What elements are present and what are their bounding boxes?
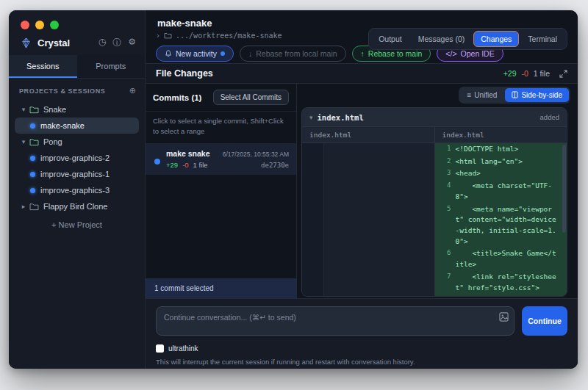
line-number: 1 xyxy=(435,143,454,156)
commits-help-text: Click to select a single commit, Shift+C… xyxy=(146,111,296,144)
sidebar-item-improve-graphics-1[interactable]: improve-graphics-1 xyxy=(15,166,139,182)
project-label: Pong xyxy=(43,137,62,146)
line-code: <!DOCTYPE html> xyxy=(454,143,567,156)
expand-icon[interactable] xyxy=(559,70,567,78)
unified-label: Unified xyxy=(474,91,497,99)
commits-panel: Commits (1) Select All Commits Click to … xyxy=(146,84,297,298)
file-changes-bar: File Changes +29 -0 1 file xyxy=(146,63,578,84)
deletions-count: -0 xyxy=(521,69,528,78)
diff-file-name: index.html xyxy=(318,113,540,122)
sidebar-item-pong[interactable]: ▾ Pong xyxy=(15,134,139,150)
diff-file-header[interactable]: ▾ index.html added xyxy=(302,108,567,127)
unified-view-button[interactable]: ≡ Unified xyxy=(460,88,503,102)
diff-added-line: 8</head> xyxy=(435,294,567,296)
session-label: improve-graphics-3 xyxy=(40,186,110,195)
commits-selected-bar: 1 commit selected xyxy=(146,278,296,298)
folder-icon xyxy=(29,203,39,211)
commit-date: 6/17/2025, 10:55:32 AM xyxy=(223,151,289,158)
diff-right-filename: index.html xyxy=(434,127,567,142)
session-header: make-snake › .../worktrees/make-snake Ne… xyxy=(146,10,578,63)
minimize-button[interactable] xyxy=(35,21,44,29)
sidebar-item-improve-graphics-3[interactable]: improve-graphics-3 xyxy=(15,182,139,198)
status-circle-icon[interactable]: ◷ xyxy=(98,37,106,49)
chevron-down-icon[interactable]: ▾ xyxy=(19,106,28,113)
session-label: improve-graphics-1 xyxy=(40,170,110,178)
line-number: 5 xyxy=(435,203,454,248)
line-code: <html lang="en"> xyxy=(454,156,567,168)
chevron-right-icon: › xyxy=(156,32,160,40)
commit-deletions: -0 xyxy=(182,161,188,169)
ultrathink-label: ultrathink xyxy=(168,344,198,353)
diff-scrollbar[interactable] xyxy=(562,145,566,233)
add-project-icon[interactable]: ⊕ xyxy=(129,86,136,95)
session-label: improve-graphics-2 xyxy=(40,154,110,162)
select-all-commits-button[interactable]: Select All Commits xyxy=(213,90,289,105)
app-title: Crystal xyxy=(37,37,98,48)
line-code: <title>Snake Game</title> xyxy=(454,248,567,270)
sidebar-item-flappy-bird-clone[interactable]: ▸ Flappy Bird Clone xyxy=(15,198,139,214)
continue-button[interactable]: Continue xyxy=(522,306,567,336)
sidebar-item-improve-graphics-2[interactable]: improve-graphics-2 xyxy=(15,150,139,166)
projects-sessions-label: PROJECTS & SESSIONS xyxy=(19,87,105,95)
diff-status-badge: added xyxy=(540,113,559,121)
sidebar: Crystal ◷ ⓘ ⚙ Sessions Prompts PROJECTS … xyxy=(9,10,146,369)
tab-sessions[interactable]: Sessions xyxy=(9,55,77,78)
line-code: <link rel="stylesheet" href="style.css"> xyxy=(454,271,567,294)
side-by-side-view-button[interactable]: Side-by-side xyxy=(505,88,569,102)
session-tree: ▾ Snake make-snake ▾ Pong improve-graphi… xyxy=(9,100,145,231)
new-activity-button[interactable]: New activity xyxy=(156,46,234,62)
composer: Continue ultrathink This will interrupt … xyxy=(146,298,578,369)
diff-added-line: 6 <title>Snake Game</title> xyxy=(435,248,567,270)
line-code: <meta charset="UTF-8"> xyxy=(454,180,567,203)
session-status-dot xyxy=(30,123,35,129)
bell-icon xyxy=(165,50,172,57)
tab-messages[interactable]: Messages (0) xyxy=(411,31,473,47)
new-activity-label: New activity xyxy=(176,49,217,58)
close-button[interactable] xyxy=(21,21,29,29)
attach-image-icon[interactable] xyxy=(499,312,509,322)
sidebar-item-make-snake[interactable]: make-snake xyxy=(15,118,139,134)
chevron-down-icon[interactable]: ▾ xyxy=(309,114,313,121)
tab-terminal[interactable]: Terminal xyxy=(520,31,564,47)
rebase-from-main-button[interactable]: ↓ Rebase from local main xyxy=(240,46,346,62)
line-number: 4 xyxy=(435,180,454,203)
code-icon: </> xyxy=(445,49,456,58)
columns-icon xyxy=(512,91,518,98)
line-number: 7 xyxy=(435,271,454,294)
new-project-button[interactable]: + New Project xyxy=(15,220,139,229)
ultrathink-checkbox[interactable] xyxy=(156,344,164,353)
diff-added-line: 3<head> xyxy=(435,167,567,180)
tab-output[interactable]: Output xyxy=(371,31,409,47)
chevron-down-icon[interactable]: ▾ xyxy=(19,138,28,145)
commit-hash: de2730e xyxy=(261,162,289,169)
line-code: <head> xyxy=(454,167,567,180)
line-number: 6 xyxy=(435,248,454,270)
chevron-right-icon[interactable]: ▸ xyxy=(19,203,28,210)
tab-changes[interactable]: Changes xyxy=(473,31,519,47)
project-label: Snake xyxy=(43,105,66,114)
rebase-to-label: Rebase to main xyxy=(368,49,423,58)
diff-left-filename: index.html xyxy=(302,127,434,142)
diff-pane-new: 1<!DOCTYPE html>2<html lang="en">3<head>… xyxy=(435,143,567,296)
settings-gear-icon[interactable]: ⚙ xyxy=(128,37,136,49)
sidebar-item-snake[interactable]: ▾ Snake xyxy=(15,101,139,118)
project-label: Flappy Bird Clone xyxy=(43,202,107,211)
activity-dot xyxy=(220,51,225,56)
arrow-up-icon: ↑ xyxy=(361,49,365,58)
diff-area: ≡ Unified Side-by-side ▾ index.html adde… xyxy=(297,84,578,298)
info-icon[interactable]: ⓘ xyxy=(112,37,121,49)
commits-title: Commits (1) xyxy=(153,93,201,102)
tab-prompts[interactable]: Prompts xyxy=(77,55,146,78)
folder-icon xyxy=(164,32,172,39)
view-tab-bar: Output Messages (0) Changes Terminal xyxy=(368,28,567,50)
session-status-dot xyxy=(30,156,35,161)
zoom-button[interactable] xyxy=(50,21,59,29)
conversation-input[interactable] xyxy=(156,306,514,336)
arrow-down-icon: ↓ xyxy=(248,49,252,58)
line-number: 3 xyxy=(435,167,454,180)
main-area: make-snake › .../worktrees/make-snake Ne… xyxy=(146,10,578,369)
additions-count: +29 xyxy=(503,69,517,78)
commit-row[interactable]: make snake 6/17/2025, 10:55:32 AM +29 -0… xyxy=(146,144,296,175)
diff-old-gutter xyxy=(302,143,324,296)
diff-pane-old xyxy=(302,143,435,296)
